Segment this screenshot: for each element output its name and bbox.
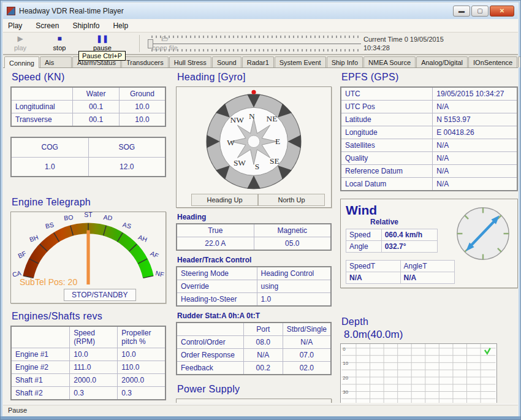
- table-row: LatitudeN 5153.97: [341, 113, 517, 126]
- wind-angle-value: 032.7°: [381, 241, 437, 253]
- svg-text:E: E: [275, 137, 280, 146]
- compass-rose: N NE E SE S SW W NW: [202, 88, 306, 193]
- gyro-section-title: Heading [Gyro]: [177, 72, 332, 83]
- wind-anglet-label: AngleT: [400, 261, 455, 272]
- table-row: Engine #2111.0110.0: [11, 361, 165, 374]
- stop-icon: ■: [46, 34, 73, 44]
- power-supply-panel: AC DC BT: [176, 399, 332, 403]
- svg-text:BF: BF: [17, 250, 27, 260]
- table-row: Heading-to-Steer1.0: [177, 293, 331, 307]
- svg-text:30: 30: [343, 389, 348, 395]
- wind-relative-table: Speed 060.4 km/h Angle 032.7°: [346, 229, 438, 253]
- tab-ionsentence[interactable]: IOnSentence: [468, 56, 517, 67]
- svg-text:AF: AF: [149, 250, 159, 260]
- tab-radar1[interactable]: Radar1: [242, 56, 274, 67]
- north-up-button[interactable]: North Up: [258, 194, 325, 206]
- menu-screen[interactable]: Screen: [36, 21, 59, 30]
- svg-text:0: 0: [343, 346, 346, 352]
- slider-ticks-top: [151, 36, 361, 38]
- tab-hull-stress[interactable]: Hull Stress: [169, 56, 211, 67]
- tab-analog-digital[interactable]: Analog/Digital: [416, 56, 468, 67]
- engines-col-speed: Speed (RPM): [70, 326, 118, 348]
- svg-text:S: S: [255, 162, 259, 171]
- svg-text:ST: ST: [84, 212, 93, 218]
- depth-value: 8.0m(40.0m): [344, 329, 518, 341]
- cog-value: 1.0: [11, 157, 88, 177]
- slider-thumb[interactable]: [148, 39, 153, 48]
- table-row: Steering ModeHeading Control: [177, 267, 331, 280]
- svg-text:20: 20: [343, 375, 348, 381]
- play-button[interactable]: ▶ play: [8, 34, 32, 52]
- telegraph-dial: CA BF BH BS BO ST AD AS AH AF NF: [11, 212, 165, 284]
- track-control-table: Steering ModeHeading Control Overrideusi…: [176, 266, 332, 307]
- track-control-section-title: Header/Track Control: [177, 256, 332, 264]
- gyro-compass-panel: N NE E SE S SW W NW Heading Up North Up: [176, 86, 332, 208]
- wind-speed-label: Speed: [346, 229, 382, 241]
- app-icon: [7, 7, 15, 15]
- engines-col-pitch: Propeller pitch %: [118, 326, 165, 348]
- sog-value: 12.0: [88, 157, 165, 177]
- tab-transducers[interactable]: Transducers: [121, 56, 169, 67]
- depth-axis-labels: 0 10 20 30 40: [343, 346, 348, 403]
- sog-label: SOG: [88, 137, 165, 157]
- wind-speedt-label: SpeedT: [346, 261, 401, 272]
- svg-text:AD: AD: [103, 213, 113, 222]
- minimize-button[interactable]: ▬: [453, 6, 470, 17]
- tab-conning[interactable]: Conning: [4, 56, 39, 68]
- current-time-line1: Current Time 0 19/05/2015: [363, 35, 444, 44]
- rudder-col-port: Port: [243, 323, 283, 336]
- tab-nmea-source[interactable]: NMEA Source: [363, 56, 416, 67]
- speed-col-water: Water: [73, 87, 120, 101]
- stop-button[interactable]: ■ stop: [46, 34, 73, 52]
- menu-help[interactable]: Help: [113, 21, 128, 30]
- pause-button[interactable]: ❚❚ pause: [88, 34, 117, 52]
- speed-table: Water Ground Longitudinal 00.1 10.0 Tran…: [10, 86, 166, 127]
- epfs-section-title: EPFS (GPS): [341, 72, 518, 83]
- menu-bar: Play Screen ShipInfo Help: [3, 19, 518, 32]
- tab-ais[interactable]: Ais: [40, 56, 72, 67]
- tab-radar2[interactable]: Radar2: [518, 56, 521, 67]
- tab-system-event[interactable]: System Event: [275, 56, 326, 67]
- table-row: Feedback00.202.0: [177, 362, 331, 375]
- menu-play[interactable]: Play: [8, 21, 22, 30]
- svg-text:NW: NW: [230, 115, 245, 124]
- toolbar-separator: [139, 35, 140, 52]
- tab-sound[interactable]: Sound: [212, 56, 241, 67]
- status-text: Pause: [8, 407, 27, 414]
- slider-ticks-bottom: [151, 49, 361, 52]
- heading-magnetic-value: 05.0: [254, 237, 331, 251]
- table-row: SatellitesN/A: [341, 139, 517, 152]
- window-bottom-border: [1, 416, 520, 419]
- depth-grid: [341, 344, 495, 403]
- heading-up-button[interactable]: Heading Up: [191, 194, 258, 206]
- slider-track: [150, 44, 361, 44]
- pause-icon: ❚❚: [88, 34, 117, 44]
- wind-panel: Wind Relative Speed 060.4 km/h Angle 032…: [340, 199, 518, 288]
- svg-text:W: W: [227, 138, 235, 147]
- power-section-title: Power Supply: [177, 384, 332, 395]
- current-time-line2: 10:34:28: [363, 44, 444, 52]
- epfs-table: UTC19/05/2015 10:34:27 UTC PosN/A Latitu…: [340, 86, 518, 191]
- heading-section-title: Heading: [177, 213, 332, 221]
- wind-speedt-value: N/A: [346, 272, 401, 284]
- heading-table: True Magnetic 22.0 A 05.0: [176, 223, 332, 251]
- window-title: Headway VDR Real-time Player: [19, 7, 124, 15]
- engines-table: Speed (RPM) Propeller pitch % Engine #11…: [10, 326, 166, 400]
- wind-angle-label: Angle: [346, 241, 382, 253]
- wind-anglet-value: N/A: [400, 272, 455, 284]
- depth-chart: 0 10 20 30 40: [340, 343, 497, 403]
- maximize-button[interactable]: ▢: [471, 6, 489, 17]
- table-row: Order ResponseN/A07.0: [177, 349, 331, 362]
- menu-shipinfo[interactable]: ShipInfo: [72, 21, 99, 30]
- svg-text:AH: AH: [137, 233, 148, 243]
- stop-standby-button[interactable]: STOP/STANDBY: [64, 289, 136, 301]
- conning-page: Speed (KN) Water Ground Longitudinal 00.…: [3, 68, 518, 403]
- wind-true-table: SpeedT AngleT N/A N/A: [346, 260, 455, 284]
- close-button[interactable]: ✕: [490, 6, 514, 17]
- tab-ship-info[interactable]: Ship Info: [327, 56, 363, 67]
- svg-text:BS: BS: [45, 221, 55, 230]
- title-bar[interactable]: Headway VDR Real-time Player ▬ ▢ ✕: [3, 3, 518, 19]
- svg-text:10: 10: [343, 361, 348, 366]
- playback-slider[interactable]: [148, 36, 361, 53]
- wind-speed-value: 060.4 km/h: [381, 229, 437, 241]
